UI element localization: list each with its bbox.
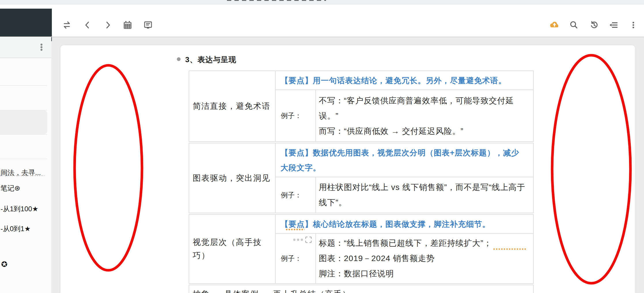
point-cell: 【要点】核心结论放在标题，图表做支撑，脚注补充细节。 (276, 215, 534, 234)
table-row-partial: 抽象 → 具体案例 → 再上升总结（高手） (189, 285, 534, 293)
point-prefix: 【要点】 (281, 76, 313, 85)
point-prefix: 【要点】 (281, 220, 313, 229)
example-label-cell: 例子： (276, 90, 316, 141)
more-menu-icon[interactable] (628, 20, 639, 31)
sidebar-row-divider (0, 159, 47, 159)
toolbar (0, 4, 644, 37)
sidebar-item[interactable]: -从1到100★ (1, 204, 38, 214)
cell-select-icon[interactable] (305, 236, 312, 243)
point-cell: 【要点】用一句话表达结论，避免冗长。另外，尽量避免术语。 (276, 71, 534, 90)
search-icon[interactable] (568, 20, 579, 31)
point-cell: 【要点】数据优先用图表，视觉层次分明（图表+层次标题），减少 大段文字。 (276, 143, 534, 177)
table-row: 简洁直接，避免术语 【要点】用一句话表达结论，避免冗长。另外，尽量避免术语。 例… (189, 71, 534, 142)
point-prefix: 【要点】 (281, 149, 313, 157)
sidebar-header (0, 37, 51, 58)
sidebar-dotted-underline (0, 175, 44, 176)
topic-cell: 简洁直接，避免术语 (189, 71, 276, 141)
section-heading: 3、表达与呈现 (185, 55, 236, 65)
sidebar-item[interactable]: 笔记⊛ (1, 184, 20, 193)
sidebar-row-divider (0, 85, 47, 86)
style-marker-dotted-underline (286, 229, 304, 230)
sidebar-selected-row[interactable] (0, 111, 47, 134)
back-icon[interactable] (82, 20, 93, 31)
topic-cell: 视觉层次（高手技 巧） (189, 215, 276, 283)
forward-icon[interactable] (102, 20, 113, 31)
swap-horizontal-icon[interactable] (61, 20, 72, 31)
note-list-sidebar: 间法，去寻... 笔记⊛ -从1到100★ -从0到1★ ✪ (0, 37, 51, 293)
outline-icon[interactable] (608, 20, 619, 31)
window-top-strip (0, 0, 644, 4)
cloud-upload-icon[interactable] (548, 20, 559, 31)
example-cell: 不写：“客户反馈供应商普遍效率低，可能导致交付延 误。” 而写：“供应商低效 →… (316, 90, 534, 141)
topic-cell: 图表驱动，突出洞见 (189, 143, 276, 213)
sidebar-star-badge-icon[interactable]: ✪ (1, 260, 7, 269)
table-row: 视觉层次（高手技 巧） 【要点】核心结论放在标题，图表做支撑，脚注补充细节。 例… (189, 214, 534, 284)
table-row: 图表驱动，突出洞见 【要点】数据优先用图表，视觉层次分明（图表+层次标题），减少… (189, 143, 534, 213)
app-window: 间法，去寻... 笔记⊛ -从1到100★ -从0到1★ ✪ 3、表达与呈现 简… (0, 0, 644, 293)
board-view-icon[interactable] (143, 20, 154, 31)
example-label-cell: 例子： (276, 177, 316, 213)
cell-drag-handle-icon[interactable] (293, 239, 303, 241)
sidebar-kebab-menu-icon[interactable] (38, 43, 45, 52)
example-cell: 用柱状图对比“线上 vs 线下销售额”，而不是写“线上高于 线下”。 (316, 177, 534, 213)
clipped-title-fragment (227, 0, 326, 1)
sidebar-row-divider (0, 134, 47, 135)
toolbar-divider (0, 37, 644, 37)
example-cell: 标题：“线上销售额已超线下，差距持续扩大”； 图表：2019－2024 销售额走… (316, 234, 534, 283)
history-icon[interactable] (589, 20, 600, 31)
sidebar-item[interactable]: -从0到1★ (1, 224, 31, 233)
style-marker-dotted-underline (493, 248, 526, 250)
calendar-icon[interactable] (122, 20, 133, 31)
list-bullet-icon (177, 57, 181, 61)
